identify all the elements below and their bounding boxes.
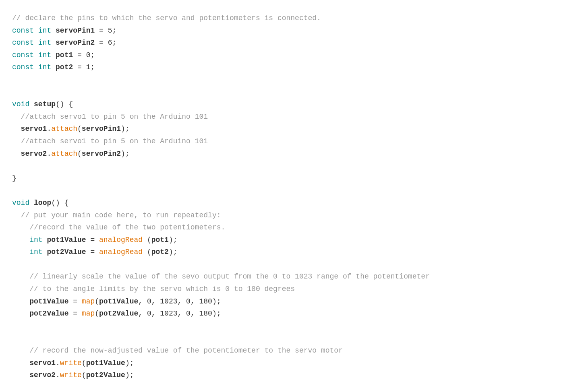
code-text xyxy=(12,248,29,256)
code-line-9: //attach servo1 to pin 5 on the Arduino … xyxy=(12,111,572,123)
code-text: } xyxy=(12,174,17,182)
code-text: pot1 = 0; xyxy=(51,51,95,59)
code-text: setup() { xyxy=(29,100,73,108)
code-line-18: //record the value of the two potentiome… xyxy=(12,221,572,234)
code-text: servo2.write(pot2Value); xyxy=(12,371,134,379)
keyword-void: void xyxy=(12,100,29,108)
code-line-10: servo1.attach(servoPin1); xyxy=(12,123,572,135)
comment-22: // linearly scale the value of the sevo … xyxy=(12,272,430,281)
keyword-const: const xyxy=(12,63,34,71)
keyword-void2: void xyxy=(12,199,29,207)
code-line-11: //attach servo1 to pin 5 on the Arduino … xyxy=(12,135,572,148)
code-text xyxy=(12,236,29,244)
code-line-5: const int pot2 = 1; xyxy=(12,61,572,74)
method-write2: write xyxy=(60,371,82,379)
code-line-21 xyxy=(12,258,572,271)
keyword-int: int xyxy=(38,51,51,59)
code-line-3: const int servoPin2 = 6; xyxy=(12,37,572,49)
code-text: pot1Value = map(pot1Value, 0, 1023, 0, 1… xyxy=(12,297,221,305)
comment-9: //attach servo1 to pin 5 on the Arduino … xyxy=(12,113,208,121)
code-text: servo2.attach(servoPin2); xyxy=(12,150,130,158)
func-map2: map xyxy=(82,309,95,318)
code-line-28: // record the now-adjusted value of the … xyxy=(12,345,572,357)
method-write1: write xyxy=(60,359,82,367)
code-line-27 xyxy=(12,332,572,345)
func-analogread2: analogRead xyxy=(99,248,143,256)
comment-11: //attach servo1 to pin 5 on the Arduino … xyxy=(12,137,208,145)
comment-17: // put your main code here, to run repea… xyxy=(12,211,221,219)
code-line-8: void setup() { xyxy=(12,98,572,111)
code-text: servo1.write(pot1Value); xyxy=(12,359,134,367)
code-line-6 xyxy=(12,74,572,86)
keyword-int: int xyxy=(38,39,51,47)
code-line-29: servo1.write(pot1Value); xyxy=(12,357,572,369)
code-line-4: const int pot1 = 0; xyxy=(12,49,572,62)
comment-1: // declare the pins to which the servo a… xyxy=(12,14,321,22)
func-map1: map xyxy=(82,297,95,305)
func-analogread1: analogRead xyxy=(99,236,143,244)
method-attach2: attach xyxy=(51,150,77,158)
comment-23: // to the angle limits by the servo whic… xyxy=(12,285,295,293)
comment-28: // record the now-adjusted value of the … xyxy=(12,347,343,355)
keyword-int2: int xyxy=(29,236,42,244)
code-line-26 xyxy=(12,320,572,332)
comment-18: //record the value of the two potentiome… xyxy=(12,223,225,231)
code-line-25: pot2Value = map(pot2Value, 0, 1023, 0, 1… xyxy=(12,307,572,320)
keyword-const: const xyxy=(12,51,34,59)
code-text: pot2Value = map(pot2Value, 0, 1023, 0, 1… xyxy=(12,309,221,318)
code-line-20: int pot2Value = analogRead (pot2); xyxy=(12,246,572,258)
code-text: servo1.attach(servoPin1); xyxy=(12,125,130,133)
code-line-13 xyxy=(12,160,572,172)
keyword-int3: int xyxy=(29,248,42,256)
code-line-2: const int servoPin1 = 5; xyxy=(12,25,572,37)
code-line-14: } xyxy=(12,172,572,185)
code-line-30: servo2.write(pot2Value); xyxy=(12,369,572,382)
code-line-16: void loop() { xyxy=(12,197,572,209)
method-attach: attach xyxy=(51,125,77,133)
code-text: pot2 = 1; xyxy=(51,63,95,71)
code-line-24: pot1Value = map(pot1Value, 0, 1023, 0, 1… xyxy=(12,295,572,308)
keyword-const: const xyxy=(12,27,34,35)
code-text: servoPin2 = 6; xyxy=(51,39,116,47)
keyword-int: int xyxy=(38,63,51,71)
code-line-23: // to the angle limits by the servo whic… xyxy=(12,283,572,295)
code-line-19: int pot1Value = analogRead (pot1); xyxy=(12,234,572,246)
code-editor: // declare the pins to which the servo a… xyxy=(12,8,572,386)
code-text: pot2Value = analogRead (pot2); xyxy=(43,248,178,256)
code-text: loop() { xyxy=(29,199,68,207)
code-line-12: servo2.attach(servoPin2); xyxy=(12,148,572,160)
code-line-17: // put your main code here, to run repea… xyxy=(12,209,572,222)
code-line-15 xyxy=(12,184,572,197)
keyword-const: const xyxy=(12,39,34,47)
code-line-7 xyxy=(12,86,572,99)
code-text: servoPin1 = 5; xyxy=(51,27,116,35)
code-text: pot1Value = analogRead (pot1); xyxy=(43,236,178,244)
code-line-22: // linearly scale the value of the sevo … xyxy=(12,270,572,283)
code-line-1: // declare the pins to which the servo a… xyxy=(12,12,572,25)
keyword-int: int xyxy=(38,27,51,35)
